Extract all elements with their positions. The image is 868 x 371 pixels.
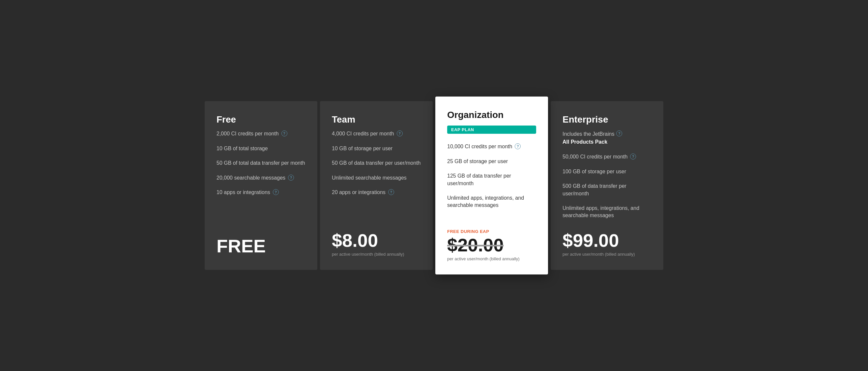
price-organization: $20.00 bbox=[447, 236, 536, 254]
info-icon[interactable]: ? bbox=[630, 154, 636, 159]
pricing-section-organization: FREE DURING EAP$20.00per active user/mon… bbox=[447, 229, 536, 261]
feature-text: Unlimited apps, integrations, and search… bbox=[447, 194, 536, 209]
feature-text: 10 GB of total storage bbox=[217, 145, 268, 152]
feature-text: 500 GB of data transfer per user/month bbox=[562, 183, 651, 197]
info-icon[interactable]: ? bbox=[515, 143, 521, 149]
price-subtitle: per active user/month (billed annually) bbox=[447, 256, 536, 261]
info-icon[interactable]: ? bbox=[281, 130, 287, 136]
info-icon[interactable]: ? bbox=[288, 175, 294, 181]
info-icon[interactable]: ? bbox=[273, 189, 279, 195]
info-icon[interactable]: ? bbox=[397, 130, 403, 136]
plan-title-enterprise: Enterprise bbox=[562, 114, 651, 125]
features-list-free: 2,000 CI credits per month?10 GB of tota… bbox=[217, 130, 306, 223]
plan-card-team: Team4,000 CI credits per month?10 GB of … bbox=[320, 101, 433, 270]
feature-item: 2,000 CI credits per month? bbox=[217, 130, 306, 137]
feature-text: 50 GB of data transfer per user/month bbox=[332, 159, 421, 167]
features-list-team: 4,000 CI credits per month?10 GB of stor… bbox=[332, 130, 421, 219]
feature-text: 100 GB of storage per user bbox=[562, 168, 626, 175]
feature-text: 50,000 CI credits per month bbox=[562, 153, 627, 160]
feature-text: 50 GB of total data transfer per month bbox=[217, 159, 305, 167]
plan-title-organization: Organization bbox=[447, 110, 536, 120]
feature-item: 500 GB of data transfer per user/month bbox=[562, 183, 651, 197]
feature-text: 10,000 CI credits per month bbox=[447, 143, 512, 150]
feature-text: Unlimited apps, integrations, and search… bbox=[562, 205, 651, 219]
plan-card-free: Free2,000 CI credits per month?10 GB of … bbox=[205, 101, 317, 270]
feature-item: 10 GB of total storage bbox=[217, 145, 306, 152]
feature-text: 10 apps or integrations bbox=[217, 189, 270, 196]
plan-card-enterprise: EnterpriseIncludes the JetBrainsAll Prod… bbox=[551, 101, 663, 270]
feature-item: 125 GB of data transfer per user/month bbox=[447, 172, 536, 187]
pricing-container: Free2,000 CI credits per month?10 GB of … bbox=[203, 100, 665, 271]
info-icon[interactable]: ? bbox=[616, 130, 622, 136]
features-list-enterprise: 50,000 CI credits per month?100 GB of st… bbox=[562, 153, 651, 219]
info-icon[interactable]: ? bbox=[388, 189, 394, 195]
plan-title-team: Team bbox=[332, 114, 421, 125]
pricing-section-team: $8.00per active user/month (billed annua… bbox=[332, 231, 421, 257]
features-list-organization: 10,000 CI credits per month?25 GB of sto… bbox=[447, 143, 536, 217]
feature-item: 20 apps or integrations? bbox=[332, 189, 421, 196]
price-team: $8.00 bbox=[332, 231, 421, 250]
feature-item: 10 GB of storage per user bbox=[332, 145, 421, 152]
pricing-section-free: FREE bbox=[217, 235, 306, 257]
feature-text: Unlimited searchable messages bbox=[332, 174, 407, 182]
feature-text: 20 apps or integrations bbox=[332, 189, 385, 196]
free-during-eap-label: FREE DURING EAP bbox=[447, 229, 536, 234]
feature-text: 20,000 searchable messages bbox=[217, 174, 285, 182]
feature-text: 125 GB of data transfer per user/month bbox=[447, 172, 536, 187]
pricing-section-enterprise: $99.00per active user/month (billed annu… bbox=[562, 231, 651, 257]
feature-item: 10,000 CI credits per month? bbox=[447, 143, 536, 150]
enterprise-intro: Includes the JetBrainsAll Products Pack? bbox=[562, 130, 651, 146]
feature-item: 20,000 searchable messages? bbox=[217, 174, 306, 182]
feature-item: Unlimited apps, integrations, and search… bbox=[562, 205, 651, 219]
eap-badge: EAP PLAN bbox=[447, 126, 536, 134]
price-subtitle: per active user/month (billed annually) bbox=[332, 252, 421, 257]
feature-item: Unlimited apps, integrations, and search… bbox=[447, 194, 536, 209]
price-enterprise: $99.00 bbox=[562, 231, 651, 250]
price-subtitle: per active user/month (billed annually) bbox=[562, 252, 651, 257]
feature-item: 10 apps or integrations? bbox=[217, 189, 306, 196]
feature-text: 25 GB of storage per user bbox=[447, 158, 508, 165]
feature-item: 25 GB of storage per user bbox=[447, 158, 536, 165]
price-free: FREE bbox=[217, 235, 306, 257]
feature-item: 50,000 CI credits per month? bbox=[562, 153, 651, 160]
feature-item: Unlimited searchable messages bbox=[332, 174, 421, 182]
feature-item: 4,000 CI credits per month? bbox=[332, 130, 421, 137]
feature-text: 10 GB of storage per user bbox=[332, 145, 393, 152]
plan-card-organization: OrganizationEAP PLAN10,000 CI credits pe… bbox=[435, 96, 548, 274]
feature-text: 2,000 CI credits per month bbox=[217, 130, 279, 137]
feature-item: 50 GB of data transfer per user/month bbox=[332, 159, 421, 167]
feature-text: 4,000 CI credits per month bbox=[332, 130, 394, 137]
feature-item: 100 GB of storage per user bbox=[562, 168, 651, 175]
plan-title-free: Free bbox=[217, 114, 306, 125]
feature-item: 50 GB of total data transfer per month bbox=[217, 159, 306, 167]
